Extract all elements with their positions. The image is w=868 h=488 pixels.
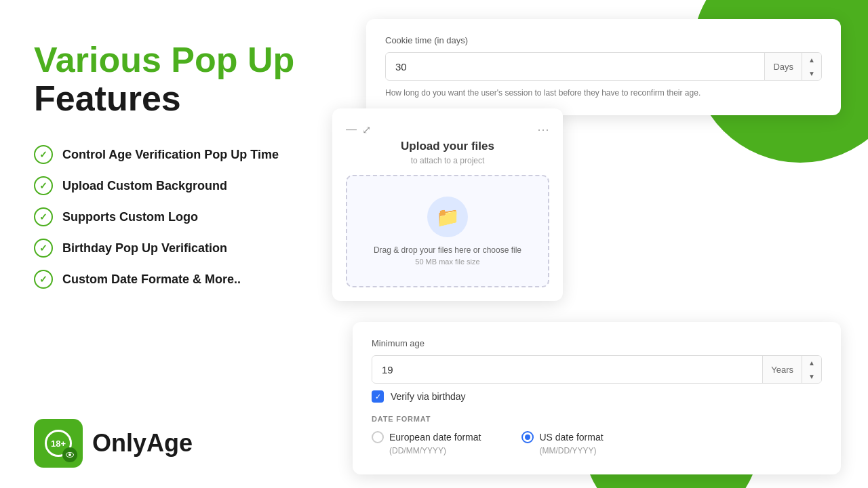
us-format-hint: (MM/DD/YYYY) <box>539 446 603 455</box>
minage-value-input[interactable] <box>372 357 762 382</box>
upload-size-hint: 50 MB max file size <box>361 258 534 266</box>
stepper-down-button[interactable]: ▼ <box>802 369 821 383</box>
feature-label: Control Age Verification Pop Up Time <box>62 148 279 162</box>
cookie-label: Cookie time (in days) <box>385 35 822 45</box>
age-text: 18+ <box>51 439 66 449</box>
stepper-down-button[interactable]: ▼ <box>802 66 821 80</box>
brand-name: OnlyAge <box>92 429 193 458</box>
cookie-hint: How long do you want the user's session … <box>385 87 822 99</box>
logo-area: 18+ OnlyAge <box>34 419 193 468</box>
stepper-up-button[interactable]: ▲ <box>802 356 821 369</box>
european-date-option[interactable]: European date format (DD/MM/YYYY) <box>372 431 481 455</box>
verify-birthday-checkbox[interactable]: ✓ <box>372 390 384 403</box>
verify-birthday-row[interactable]: ✓ Verify via birthday <box>372 390 822 403</box>
date-format-options: European date format (DD/MM/YYYY) US dat… <box>372 431 822 455</box>
feature-label: Supports Custom Logo <box>62 210 198 224</box>
feature-label: Custom Date Formate & More.. <box>62 272 241 287</box>
upload-title: Upload your files <box>346 140 549 153</box>
upload-card-header: — ⤢ ⋯ <box>346 122 549 137</box>
us-date-option[interactable]: US date format (MM/DD/YYYY) <box>521 431 603 455</box>
expand-icon[interactable]: ⤢ <box>362 123 371 136</box>
upload-window-actions: — ⤢ <box>346 123 371 136</box>
check-icon: ✓ <box>34 239 53 258</box>
headline-line1: Various Pop Up <box>34 41 298 79</box>
list-item: ✓ Birthday Pop Up Verification <box>34 239 298 258</box>
upload-card: — ⤢ ⋯ Upload your files to attach to a p… <box>332 108 563 301</box>
check-icon: ✓ <box>34 176 53 195</box>
us-radio-button[interactable] <box>521 431 534 443</box>
folder-icon: 📁 <box>436 206 460 228</box>
cookie-value-input[interactable] <box>386 54 764 79</box>
upload-subtitle: to attach to a project <box>346 156 549 165</box>
cookie-stepper[interactable]: ▲ ▼ <box>802 53 821 80</box>
european-radio-label: European date format <box>389 432 481 443</box>
features-list: ✓ Control Age Verification Pop Up Time ✓… <box>34 145 298 289</box>
list-item: ✓ Control Age Verification Pop Up Time <box>34 145 298 164</box>
more-options-icon[interactable]: ⋯ <box>537 122 549 137</box>
upload-dropzone[interactable]: 📁 Drag & drop your files here or choose … <box>346 175 549 287</box>
upload-icon-wrap: 📁 <box>427 197 468 237</box>
list-item: ✓ Upload Custom Background <box>34 176 298 195</box>
us-radio-label: US date format <box>539 432 603 443</box>
cookie-suffix: Days <box>764 53 802 80</box>
left-panel: Various Pop Up Features ✓ Control Age Ve… <box>0 0 326 488</box>
feature-label: Upload Custom Background <box>62 179 227 193</box>
feature-label: Birthday Pop Up Verification <box>62 241 227 256</box>
check-icon: ✓ <box>34 207 53 226</box>
european-radio-button[interactable] <box>372 431 384 443</box>
right-panel: Cookie time (in days) Days ▲ ▼ How long … <box>326 0 868 488</box>
date-format-title: DATE FORMAT <box>372 415 822 423</box>
verify-birthday-label: Verify via birthday <box>391 391 466 402</box>
upload-drop-text: Drag & drop your files here or choose fi… <box>361 245 534 255</box>
check-icon: ✓ <box>34 270 53 289</box>
cookie-input-row: Days ▲ ▼ <box>385 52 822 81</box>
minage-label: Minimum age <box>372 338 822 348</box>
list-item: ✓ Supports Custom Logo <box>34 207 298 226</box>
date-format-section: DATE FORMAT European date format (DD/MM/… <box>372 415 822 455</box>
minimum-age-card: Minimum age Years ▲ ▼ ✓ Verify via birth… <box>353 322 841 474</box>
minimize-icon[interactable]: — <box>346 123 357 136</box>
list-item: ✓ Custom Date Formate & More.. <box>34 270 298 289</box>
cookie-time-card: Cookie time (in days) Days ▲ ▼ How long … <box>366 19 841 115</box>
minage-input-row: Years ▲ ▼ <box>372 355 822 384</box>
stepper-up-button[interactable]: ▲ <box>802 53 821 66</box>
eye-icon <box>62 447 77 462</box>
logo-icon: 18+ <box>34 419 83 468</box>
headline-line2: Features <box>34 79 298 118</box>
european-format-hint: (DD/MM/YYYY) <box>389 446 481 455</box>
check-icon: ✓ <box>34 145 53 164</box>
european-radio-row[interactable]: European date format <box>372 431 481 443</box>
us-radio-row[interactable]: US date format <box>521 431 603 443</box>
minage-stepper[interactable]: ▲ ▼ <box>802 356 821 383</box>
minage-suffix: Years <box>762 356 802 383</box>
svg-point-1 <box>68 453 71 456</box>
headline: Various Pop Up Features <box>34 41 298 118</box>
